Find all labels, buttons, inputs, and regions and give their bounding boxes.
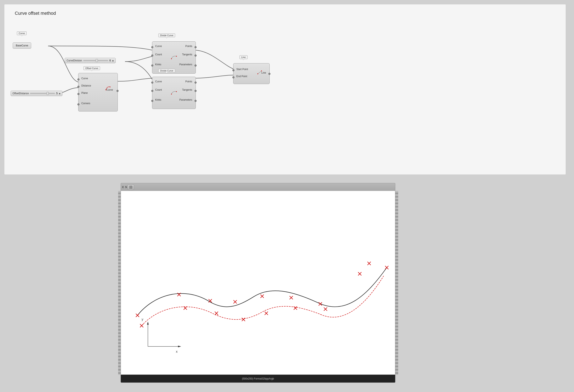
dc1-port-count-in: [151, 55, 153, 57]
status-text: (500x250) Format32bppArgb: [242, 377, 274, 380]
line-tooltip-label: Line: [240, 55, 247, 59]
line-port-out: [268, 73, 270, 75]
line-port-end: [232, 76, 234, 78]
offset-distance-slider[interactable]: OffsetDistance 5 ◆: [11, 91, 62, 96]
svg-text:x: x: [176, 350, 178, 353]
svg-text:y: y: [142, 317, 143, 321]
port-plane-in: [77, 93, 80, 95]
dc2-icon: [171, 90, 177, 96]
svg-point-4: [171, 94, 172, 94]
base-curve-node[interactable]: BaseCurve: [13, 42, 31, 49]
page-title: Curve offset method: [15, 11, 56, 16]
dc1-label-kinks: Kinks: [155, 63, 161, 66]
curve-preview-icon: [105, 85, 111, 92]
svg-line-6: [258, 71, 262, 74]
dc1-port-params-out: [195, 64, 197, 67]
curve-tooltip-label: Curve: [17, 31, 27, 35]
grasshopper-canvas: Curve offset method Curve BaseCurve Offs…: [4, 4, 566, 175]
dc2-label-kinks: Kinks: [155, 98, 161, 101]
dc1-label-count: Count: [155, 53, 162, 56]
label-plane-in: Plane: [81, 92, 88, 94]
slider-track[interactable]: [30, 93, 55, 94]
dc2-port-points-out: [195, 81, 197, 84]
cd-slider-thumb[interactable]: [96, 59, 98, 62]
viewport-toolbar-btn[interactable]: [128, 184, 134, 190]
dc1-label-points: Points: [185, 45, 192, 48]
divide-curve-1-tooltip: Divide Curve: [158, 34, 175, 37]
dc1-port-curve-in: [151, 46, 153, 48]
dc1-label-tangents: Tangents: [182, 53, 192, 56]
label-curve-in: Curve: [81, 77, 88, 80]
viewport-canvas: y x: [121, 191, 395, 375]
port-curve-out-offset: [117, 90, 119, 92]
port-distance-in: [77, 86, 80, 88]
port-curve-in-offset: [77, 78, 80, 80]
dc2-label-params: Parameters: [179, 98, 192, 101]
dc1-port-kinks-in: [151, 64, 153, 67]
dc2-label-tangents: Tangents: [182, 88, 192, 91]
dc2-port-curve-in: [151, 81, 153, 84]
zigzag-right: [395, 191, 398, 375]
label-corners-in: Corners: [81, 102, 90, 105]
dc2-port-params-out: [195, 100, 197, 102]
slider-thumb[interactable]: [47, 92, 49, 95]
slider-diamond-icon: ◆: [59, 92, 61, 95]
dc2-port-tangents-out: [195, 90, 197, 92]
viewport-statusbar: (500x250) Format32bppArgb: [121, 375, 395, 383]
dc1-icon: [171, 55, 177, 60]
dc1-label-params: Parameters: [179, 63, 192, 66]
viewport-toolbar: C S: [121, 183, 395, 191]
svg-point-1: [110, 86, 110, 87]
viewport-c-label: C: [122, 186, 124, 189]
maximize-icon: [129, 186, 132, 189]
viewport-s-label: S: [125, 186, 127, 189]
cd-slider-diamond-icon: ◆: [112, 59, 114, 62]
curve-division-slider[interactable]: CurveDivision 6 ◆: [65, 58, 116, 63]
svg-point-5: [176, 91, 177, 92]
line-label-end: End Point: [236, 75, 247, 78]
line-icon: [257, 70, 262, 75]
svg-point-3: [176, 56, 177, 57]
dc1-port-points-out: [195, 46, 197, 48]
divide-curve-2-tooltip: Divide Curve: [158, 69, 175, 73]
label-distance-in: Distance: [81, 84, 91, 87]
svg-rect-11: [121, 195, 395, 371]
port-corners-in: [77, 103, 80, 105]
dc2-port-count-in: [151, 90, 153, 92]
dc1-label-curve: Curve: [155, 45, 162, 48]
line-label-start: Start Point: [236, 68, 248, 71]
dc1-port-tangents-out: [195, 55, 197, 57]
viewport-container: C S: [121, 183, 395, 383]
svg-point-8: [261, 71, 262, 71]
offset-curve-tooltip-label: Offset Curve: [83, 66, 100, 70]
dc2-label-curve: Curve: [155, 80, 162, 83]
dc2-port-kinks-in: [151, 100, 153, 102]
line-port-start: [232, 69, 234, 71]
dc2-label-count: Count: [155, 88, 162, 91]
cd-slider-track[interactable]: [83, 60, 108, 61]
svg-point-7: [257, 73, 258, 74]
dc2-label-points: Points: [185, 80, 192, 83]
curve-visualization-svg: y x: [121, 191, 395, 374]
svg-point-2: [171, 58, 172, 59]
svg-point-0: [105, 89, 106, 90]
offset-curve-node[interactable]: Curve Distance Plane Corners Curve: [78, 73, 118, 112]
line-node[interactable]: Start Point End Point Line: [233, 63, 270, 84]
svg-rect-10: [130, 186, 132, 188]
divide-curve-2-node[interactable]: Curve Count Kinks Points Tangents Parame…: [152, 77, 196, 109]
line-label-out: Line: [261, 71, 266, 74]
